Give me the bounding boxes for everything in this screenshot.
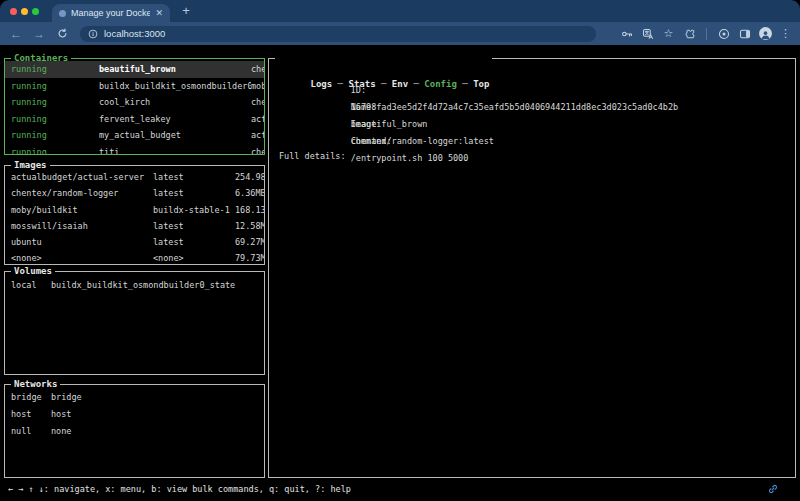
translate-icon[interactable] [641,27,654,40]
image-row[interactable]: ubuntu latest 69.27MB [5,234,264,250]
tab-favicon-icon [59,10,66,17]
browser-window: Manage your Docker fleet wi ✕ + ← → loca… [0,0,800,501]
container-row[interactable]: running titi che [5,144,264,155]
config-detail-line: Args: [279,220,795,236]
back-icon[interactable]: ← [9,27,23,41]
tab-close-icon[interactable]: ✕ [155,8,163,18]
config-summary-label: Name: [351,99,407,116]
image-row[interactable]: actualbudget/actual-server latest 254.98… [5,169,264,185]
image-tag: latest [153,169,235,185]
config-detail-line: Dead: false [279,359,795,375]
image-row[interactable]: <none> <none> 79.73MB [5,250,264,264]
minimize-window-button[interactable] [21,8,28,15]
image-row[interactable]: mosswill/isaiah latest 12.58MB [5,218,264,234]
close-window-button[interactable] [10,8,17,15]
config-detail-line: Status: "running" [279,282,795,298]
new-tab-button[interactable]: + [178,3,194,19]
address-bar[interactable]: localhost:3000 [80,26,596,42]
reload-icon[interactable] [55,27,69,41]
container-name: beautiful_brown [99,61,251,78]
link-icon[interactable] [767,483,779,495]
image-size: 168.13MB [235,202,264,218]
images-list: actualbudget/actual-server latest 254.98… [5,166,264,264]
container-image: mob [251,78,264,95]
image-size: 79.73MB [235,250,264,264]
toolbar-divider [706,28,707,40]
config-detail-line: Image: "sha256:5b771db46f4add301f04f0060… [279,452,795,468]
images-panel: Images actualbudget/actual-server latest… [4,165,265,265]
zoom-window-button[interactable] [32,8,39,15]
volumes-list: local buildx_buildkit_osmondbuilder0_sta… [5,272,264,374]
container-status: running [11,61,99,78]
container-image: che [251,144,264,155]
profile-avatar[interactable] [759,27,772,40]
config-detail-line: - "100" [279,235,795,251]
network-row[interactable]: host host [5,406,264,423]
config-summary-line: ID: 16798fad3ee5d2f4d72a4c7c35eafd5b5d04… [279,65,795,82]
networks-panel: Networks bridge bridge host host null no… [4,384,265,478]
image-size: 6.36MB [235,185,264,201]
image-tag: <none> [153,250,235,264]
config-detail-line: ExitCode: 0 [279,390,795,406]
config-detail-line: Error: "" [279,406,795,422]
config-detail-line: Paused: false [279,313,795,329]
container-image: che [251,61,264,78]
image-name: moby/buildkit [11,202,153,218]
image-name: mosswill/isaiah [11,218,153,234]
container-status: running [11,78,99,95]
config-summary-label: Command: [351,133,407,150]
container-name: titi [99,144,251,155]
docker-tui: Containers running beautiful_brown che r… [0,45,800,501]
networks-list: bridge bridge host host null none [5,385,264,477]
config-summary-label: Image: [351,116,407,133]
network-name: bridge [11,389,51,406]
toolbar-icons: ☆ ⋮ [620,27,791,40]
browser-menu-icon[interactable]: ⋮ [780,27,791,40]
network-name: host [11,406,51,423]
extension-badge-icon[interactable] [717,27,730,40]
config-detail-line: - "5000" [279,251,795,267]
image-row[interactable]: chentex/random-logger latest 6.36MB [5,185,264,201]
config-details: Id: "16798fad3ee5d2f4d72a4c7c35eafd5b5d0… [279,173,795,477]
volume-driver: local [11,277,51,294]
bookmark-star-icon[interactable]: ☆ [662,27,675,40]
container-row[interactable]: running fervent_leakey act [5,111,264,128]
url-text[interactable]: localhost:3000 [104,28,165,39]
volume-name: buildx_buildkit_osmondbuilder0_state [51,277,264,294]
network-row[interactable]: bridge bridge [5,389,264,406]
container-row[interactable]: running my_actual_budget act [5,127,264,144]
config-detail-line: Restarting: false [279,328,795,344]
container-row[interactable]: running buildx_buildkit_osmondbuilder0 m… [5,78,264,95]
network-name: null [11,423,51,440]
image-row[interactable]: moby/buildkit buildx-stable-1 168.13MB [5,202,264,218]
image-size: 69.27MB [235,234,264,250]
config-detail-line: Running: true [279,297,795,313]
image-name: <none> [11,250,153,264]
config-summary: ID: 16798fad3ee5d2f4d72a4c7c35eafd5b5d04… [279,65,795,133]
container-image: act [251,111,264,128]
network-row[interactable]: null none [5,423,264,440]
passwords-key-icon[interactable] [620,27,633,40]
volume-row[interactable]: local buildx_buildkit_osmondbuilder0_sta… [5,277,264,294]
extensions-puzzle-icon[interactable] [683,27,696,40]
container-image: act [251,127,264,144]
config-detail-line: ResolvConfPath: "/var/lib/docker/contain… [279,468,795,478]
container-name: fervent_leakey [99,111,251,128]
container-row[interactable]: running beautiful_brown che [5,61,264,78]
image-name: actualbudget/actual-server [11,169,153,185]
container-status: running [11,127,99,144]
config-detail-line: FinishedAt: "2024-01-03T16:37:16.9184262… [279,437,795,453]
config-detail-line: OOMKilled: false [279,344,795,360]
side-panel-icon[interactable] [738,27,751,40]
browser-tab[interactable]: Manage your Docker fleet wi ✕ [52,4,170,22]
browser-toolbar: ← → localhost:3000 ☆ [0,22,800,45]
container-row[interactable]: running cool_kirch che [5,94,264,111]
inspector-panel: LogsStatsEnvConfigTop ID: 16798fad3ee5d2… [268,58,796,478]
image-tag: latest [153,185,235,201]
site-info-icon[interactable] [88,29,98,39]
container-name: my_actual_budget [99,127,251,144]
forward-icon[interactable]: → [32,27,46,41]
config-detail-line: StartedAt: "2024-01-03T16:37:17.08599675… [279,421,795,437]
config-detail-line: Pid: 47575 [279,375,795,391]
config-detail-line: Path: "/entrypoint.sh" [279,204,795,220]
